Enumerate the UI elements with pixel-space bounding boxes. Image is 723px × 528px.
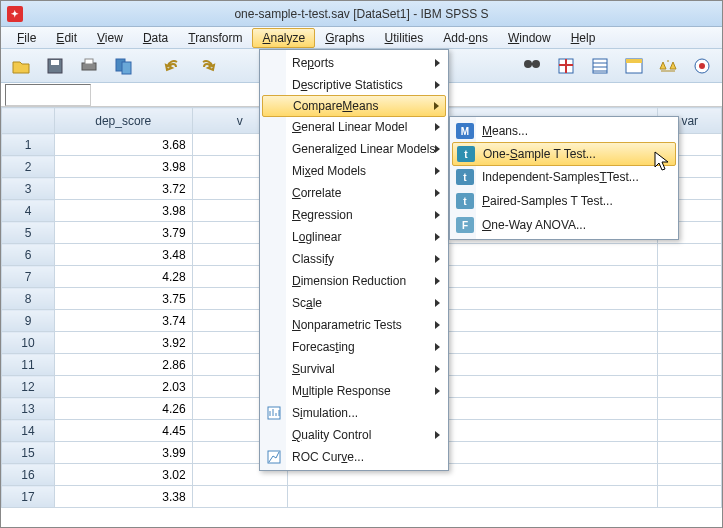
open-button[interactable] bbox=[7, 53, 35, 79]
row-header[interactable]: 9 bbox=[2, 310, 55, 332]
analyze-item-correlate[interactable]: Correlate bbox=[262, 182, 446, 204]
cell[interactable] bbox=[658, 310, 722, 332]
analyze-item-dimension-reduction[interactable]: Dimension Reduction bbox=[262, 270, 446, 292]
row-header[interactable]: 13 bbox=[2, 398, 55, 420]
cell[interactable]: 3.99 bbox=[54, 442, 192, 464]
menu-window[interactable]: Window bbox=[498, 28, 561, 48]
row-header[interactable]: 2 bbox=[2, 156, 55, 178]
row-header[interactable]: 11 bbox=[2, 354, 55, 376]
analyze-item-quality-control[interactable]: Quality Control bbox=[262, 424, 446, 446]
submenu-icon: F bbox=[456, 217, 474, 233]
cell[interactable] bbox=[658, 398, 722, 420]
row-header[interactable]: 16 bbox=[2, 464, 55, 486]
row-header[interactable]: 1 bbox=[2, 134, 55, 156]
cell[interactable] bbox=[658, 354, 722, 376]
cell[interactable] bbox=[658, 464, 722, 486]
cell[interactable]: 2.86 bbox=[54, 354, 192, 376]
analyze-item-roc-curve-[interactable]: ROC Curve... bbox=[262, 446, 446, 468]
compare-means-item-paired-samples-t-test-[interactable]: tPaired-Samples T Test... bbox=[452, 189, 676, 213]
cell[interactable] bbox=[658, 376, 722, 398]
cell[interactable]: 3.75 bbox=[54, 288, 192, 310]
menu-help[interactable]: Help bbox=[561, 28, 606, 48]
row-header[interactable]: 17 bbox=[2, 486, 55, 508]
row-header[interactable]: 4 bbox=[2, 200, 55, 222]
cell[interactable]: 3.38 bbox=[54, 486, 192, 508]
cell[interactable] bbox=[658, 442, 722, 464]
cell[interactable]: 4.26 bbox=[54, 398, 192, 420]
analyze-item-generalized-linear-models[interactable]: Generalized Linear Models bbox=[262, 138, 446, 160]
select-cases-button[interactable] bbox=[688, 53, 716, 79]
cell[interactable]: 3.48 bbox=[54, 244, 192, 266]
analyze-item-multiple-response[interactable]: Multiple Response bbox=[262, 380, 446, 402]
cell[interactable]: 3.98 bbox=[54, 156, 192, 178]
cell[interactable]: 3.72 bbox=[54, 178, 192, 200]
cell[interactable] bbox=[658, 288, 722, 310]
compare-means-item-one-sample-t-test-[interactable]: tOne-Sample T Test... bbox=[452, 142, 676, 166]
analyze-item-reports[interactable]: Reports bbox=[262, 52, 446, 74]
cell[interactable] bbox=[658, 420, 722, 442]
compare-means-item-one-way-anova-[interactable]: FOne-Way ANOVA... bbox=[452, 213, 676, 237]
undo-button[interactable] bbox=[159, 53, 187, 79]
cell[interactable] bbox=[658, 244, 722, 266]
analyze-item-classify[interactable]: Classify bbox=[262, 248, 446, 270]
svg-point-14 bbox=[699, 63, 705, 69]
menu-file[interactable]: File bbox=[7, 28, 46, 48]
analyze-item-loglinear[interactable]: Loglinear bbox=[262, 226, 446, 248]
menu-view[interactable]: View bbox=[87, 28, 133, 48]
row-header[interactable]: 3 bbox=[2, 178, 55, 200]
analyze-item-forecasting[interactable]: Forecasting bbox=[262, 336, 446, 358]
grid-corner[interactable] bbox=[2, 108, 55, 134]
menu-edit[interactable]: Edit bbox=[46, 28, 87, 48]
analyze-item-regression[interactable]: Regression bbox=[262, 204, 446, 226]
row-header[interactable]: 15 bbox=[2, 442, 55, 464]
analyze-item-general-linear-model[interactable]: General Linear Model bbox=[262, 116, 446, 138]
cell[interactable]: 2.03 bbox=[54, 376, 192, 398]
menu-data[interactable]: Data bbox=[133, 28, 178, 48]
cell[interactable] bbox=[658, 266, 722, 288]
cell[interactable]: 3.79 bbox=[54, 222, 192, 244]
cell[interactable] bbox=[287, 486, 658, 508]
row-header[interactable]: 5 bbox=[2, 222, 55, 244]
analyze-item-simulation-[interactable]: Simulation... bbox=[262, 402, 446, 424]
row-header[interactable]: 12 bbox=[2, 376, 55, 398]
row-header[interactable]: 14 bbox=[2, 420, 55, 442]
analyze-item-survival[interactable]: Survival bbox=[262, 358, 446, 380]
cell[interactable]: 3.92 bbox=[54, 332, 192, 354]
analyze-item-mixed-models[interactable]: Mixed Models bbox=[262, 160, 446, 182]
recall-dialog-button[interactable] bbox=[109, 53, 137, 79]
split-file-button[interactable] bbox=[620, 53, 648, 79]
analyze-item-nonparametric-tests[interactable]: Nonparametric Tests bbox=[262, 314, 446, 336]
find-button[interactable] bbox=[518, 53, 546, 79]
row-header[interactable]: 7 bbox=[2, 266, 55, 288]
analyze-item-descriptive-statistics[interactable]: Descriptive Statistics bbox=[262, 74, 446, 96]
row-header[interactable]: 8 bbox=[2, 288, 55, 310]
insert-case-button[interactable] bbox=[552, 53, 580, 79]
menu-transform[interactable]: Transform bbox=[178, 28, 252, 48]
cell[interactable]: 3.68 bbox=[54, 134, 192, 156]
menu-utilities[interactable]: Utilities bbox=[375, 28, 434, 48]
insert-var-button[interactable] bbox=[586, 53, 614, 79]
cell[interactable]: 4.45 bbox=[54, 420, 192, 442]
cell[interactable] bbox=[658, 332, 722, 354]
compare-means-item-means-[interactable]: MMeans... bbox=[452, 119, 676, 143]
compare-means-item-independent-samples-t-test-[interactable]: tIndependent-Samples T Test... bbox=[452, 165, 676, 189]
print-button[interactable] bbox=[75, 53, 103, 79]
analyze-item-compare-means[interactable]: Compare Means bbox=[262, 95, 446, 117]
row-header[interactable]: 10 bbox=[2, 332, 55, 354]
weight-button[interactable] bbox=[654, 53, 682, 79]
cell[interactable] bbox=[658, 486, 722, 508]
redo-button[interactable] bbox=[193, 53, 221, 79]
cell[interactable]: 3.02 bbox=[54, 464, 192, 486]
save-button[interactable] bbox=[41, 53, 69, 79]
menu-add-ons[interactable]: Add-ons bbox=[433, 28, 498, 48]
column-header-depscore[interactable]: dep_score bbox=[54, 108, 192, 134]
cell[interactable] bbox=[192, 486, 287, 508]
menu-analyze[interactable]: Analyze bbox=[252, 28, 315, 48]
menu-graphs[interactable]: Graphs bbox=[315, 28, 374, 48]
cell[interactable]: 3.74 bbox=[54, 310, 192, 332]
cell-name-box[interactable] bbox=[5, 84, 91, 106]
row-header[interactable]: 6 bbox=[2, 244, 55, 266]
cell[interactable]: 4.28 bbox=[54, 266, 192, 288]
analyze-item-scale[interactable]: Scale bbox=[262, 292, 446, 314]
cell[interactable]: 3.98 bbox=[54, 200, 192, 222]
